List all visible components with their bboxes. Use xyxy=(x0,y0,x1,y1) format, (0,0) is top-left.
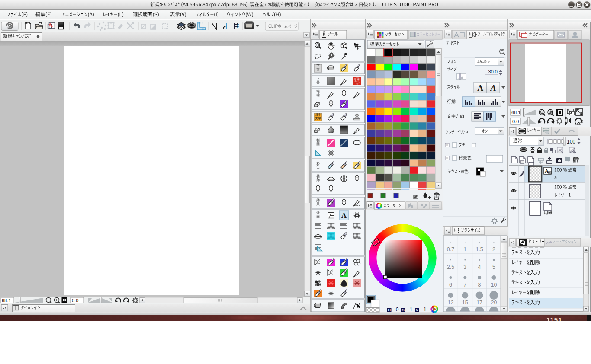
svg-text:68.1: 68.1 xyxy=(2,298,11,303)
svg-text:1: 1 xyxy=(410,307,413,313)
svg-text:15: 15 xyxy=(462,300,468,306)
svg-text:0.7: 0.7 xyxy=(447,246,454,252)
svg-text:0.0: 0.0 xyxy=(512,119,519,124)
svg-text:68.1: 68.1 xyxy=(511,110,520,115)
svg-text:V: V xyxy=(416,308,418,312)
svg-text:4: 4 xyxy=(478,264,481,270)
svg-text:5: 5 xyxy=(492,264,495,270)
svg-text:7: 7 xyxy=(463,282,466,288)
svg-text:1: 1 xyxy=(463,246,466,252)
svg-text:2.5: 2.5 xyxy=(447,264,454,270)
svg-text:A: A xyxy=(477,83,483,93)
svg-text:30.0: 30.0 xyxy=(488,69,498,74)
svg-text:A: A xyxy=(341,211,347,220)
svg-text:12: 12 xyxy=(448,300,454,306)
svg-text:6: 6 xyxy=(449,282,452,288)
svg-text:A: A xyxy=(545,168,549,174)
svg-text:H: H xyxy=(388,308,391,312)
svg-text:20: 20 xyxy=(491,300,497,306)
svg-text:100: 100 xyxy=(567,139,575,145)
svg-text:1.5: 1.5 xyxy=(475,246,483,252)
svg-text:1: 1 xyxy=(424,307,427,313)
svg-text:0: 0 xyxy=(396,307,399,313)
svg-text:0.0: 0.0 xyxy=(72,298,78,303)
svg-text:2: 2 xyxy=(492,246,495,252)
svg-text:A: A xyxy=(490,83,496,93)
svg-text:8: 8 xyxy=(478,282,481,288)
svg-text:S: S xyxy=(402,308,405,312)
svg-text:17: 17 xyxy=(476,300,482,306)
svg-text:10: 10 xyxy=(491,282,497,288)
svg-text:3: 3 xyxy=(463,264,466,270)
